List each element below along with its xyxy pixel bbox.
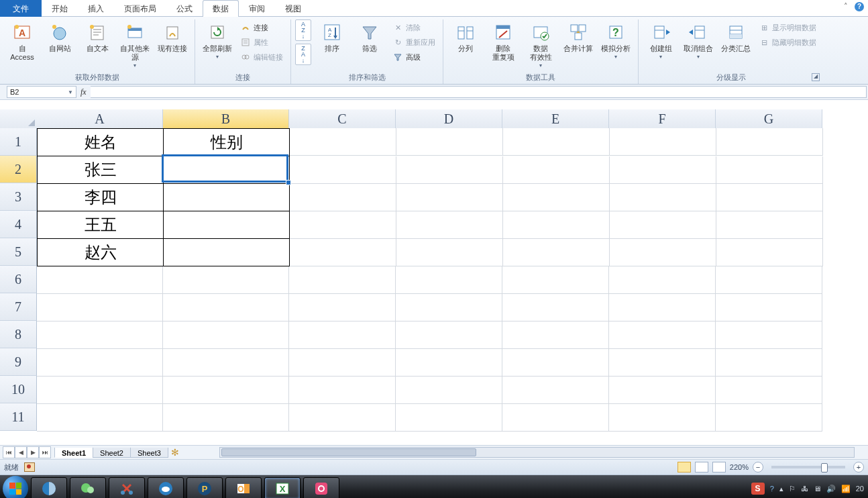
cell-D4[interactable] [396, 211, 503, 239]
cell-E10[interactable] [502, 377, 609, 404]
col-header-F[interactable]: F [609, 109, 716, 129]
text-to-columns-button[interactable]: 分列 [447, 19, 484, 54]
sheet-tab-sheet3[interactable]: Sheet3 [130, 448, 168, 458]
whatif-button[interactable]: ?模拟分析▾ [598, 19, 634, 60]
sheet-tab-sheet1[interactable]: Sheet1 [54, 448, 93, 458]
reapply-button[interactable]: ↻重新应用 [389, 36, 439, 49]
zoom-out-button[interactable]: − [753, 462, 763, 472]
cell-B5[interactable] [164, 239, 290, 266]
cell-E8[interactable] [502, 321, 609, 349]
cell-E4[interactable] [503, 211, 610, 239]
tray-signal-icon[interactable]: 📶 [841, 485, 851, 493]
formula-input[interactable] [91, 86, 867, 98]
cell-C10[interactable] [289, 377, 396, 404]
cell-F3[interactable] [610, 184, 716, 211]
cell-F7[interactable] [609, 294, 716, 321]
tab-data[interactable]: 数据 [203, 0, 239, 17]
cell-A3[interactable]: 李四 [37, 184, 164, 211]
col-header-B[interactable]: B [163, 109, 289, 129]
cell-F4[interactable] [610, 211, 716, 239]
filter-button[interactable]: 筛选 [351, 19, 388, 54]
row-header-2[interactable]: 2 [0, 156, 37, 183]
last-sheet-button[interactable]: ⏭ [39, 446, 51, 458]
from-other-button[interactable]: 自其他来源▾ [117, 19, 153, 69]
from-text-button[interactable]: 自文本 [79, 19, 115, 54]
prev-sheet-button[interactable]: ◀ [15, 446, 27, 458]
horizontal-scrollbar[interactable] [219, 447, 855, 458]
cell-E7[interactable] [502, 294, 609, 321]
connections-button[interactable]: 连接 [237, 21, 286, 34]
tab-insert[interactable]: 插入 [78, 0, 114, 17]
chevron-down-icon[interactable]: ▼ [68, 89, 73, 95]
cell-E6[interactable] [502, 266, 609, 294]
refresh-all-button[interactable]: 全部刷新▾ [199, 19, 235, 60]
cell-D5[interactable] [396, 239, 503, 266]
cell-B9[interactable] [163, 349, 289, 377]
cell-G10[interactable] [716, 377, 822, 404]
row-header-8[interactable]: 8 [0, 321, 37, 348]
tab-home[interactable]: 开始 [42, 0, 78, 17]
cell-B3[interactable] [164, 184, 290, 211]
dialog-launcher-icon[interactable]: ◢ [812, 73, 820, 81]
cell-A7[interactable] [37, 294, 163, 321]
cell-A10[interactable] [37, 377, 163, 404]
cell-A11[interactable] [37, 404, 163, 432]
cell-G4[interactable] [716, 211, 823, 239]
group-button[interactable]: 创建组▾ [643, 19, 679, 60]
cell-G11[interactable] [716, 404, 822, 432]
cell-G8[interactable] [716, 321, 822, 349]
cell-B1[interactable]: 性别 [164, 128, 290, 156]
cell-D9[interactable] [396, 349, 502, 377]
select-all-corner[interactable] [0, 109, 38, 129]
cell-E1[interactable] [503, 128, 610, 156]
properties-button[interactable]: 属性 [237, 36, 286, 49]
cell-E11[interactable] [502, 404, 609, 432]
start-button[interactable] [3, 476, 28, 498]
existing-connections-button[interactable]: 现有连接 [154, 19, 191, 54]
cell-F6[interactable] [609, 266, 716, 294]
edit-links-button[interactable]: 编辑链接 [237, 50, 286, 64]
cell-C11[interactable] [289, 404, 396, 432]
cell-B6[interactable] [163, 266, 289, 294]
cell-F8[interactable] [609, 321, 716, 349]
cell-D8[interactable] [396, 321, 502, 349]
tray-clock[interactable]: 20 [856, 485, 864, 493]
task-wechat[interactable] [70, 477, 106, 498]
consolidate-button[interactable]: 合并计算 [560, 19, 596, 54]
cell-G2[interactable] [716, 156, 823, 184]
row-header-3[interactable]: 3 [0, 183, 37, 211]
cell-B2[interactable] [164, 156, 290, 184]
cell-C5[interactable] [290, 239, 396, 266]
macro-record-icon[interactable] [24, 462, 35, 472]
data-validation-button[interactable]: 数据 有效性▾ [523, 19, 559, 69]
show-detail-button[interactable]: ⊞显示明细数据 [755, 21, 820, 34]
zoom-in-button[interactable]: + [853, 462, 864, 472]
tab-file[interactable]: 文件 [0, 0, 42, 17]
cell-D7[interactable] [396, 294, 502, 321]
advanced-filter-button[interactable]: 高级 [389, 50, 439, 64]
from-access-button[interactable]: A自 Access [4, 19, 40, 62]
row-header-1[interactable]: 1 [0, 128, 37, 156]
cell-C9[interactable] [289, 349, 396, 377]
cell-E2[interactable] [503, 156, 610, 184]
cell-F11[interactable] [609, 404, 716, 432]
tray-flag-icon[interactable]: ⚐ [789, 485, 796, 493]
cell-F1[interactable] [610, 128, 716, 156]
cell-C4[interactable] [290, 211, 396, 239]
cell-F10[interactable] [609, 377, 716, 404]
cell-C3[interactable] [290, 184, 396, 211]
cell-A1[interactable]: 姓名 [37, 128, 164, 156]
cell-G7[interactable] [716, 294, 822, 321]
row-header-4[interactable]: 4 [0, 211, 37, 238]
cell-F5[interactable] [610, 239, 716, 266]
col-header-C[interactable]: C [289, 109, 396, 129]
row-header-7[interactable]: 7 [0, 293, 37, 321]
task-pp[interactable]: P [186, 477, 223, 498]
tab-review[interactable]: 审阅 [239, 0, 275, 17]
cell-C6[interactable] [289, 266, 396, 294]
cell-G6[interactable] [716, 266, 822, 294]
col-header-A[interactable]: A [37, 109, 163, 129]
task-recorder[interactable] [303, 477, 339, 498]
task-excel[interactable]: X [264, 477, 301, 498]
cell-C1[interactable] [290, 128, 396, 156]
